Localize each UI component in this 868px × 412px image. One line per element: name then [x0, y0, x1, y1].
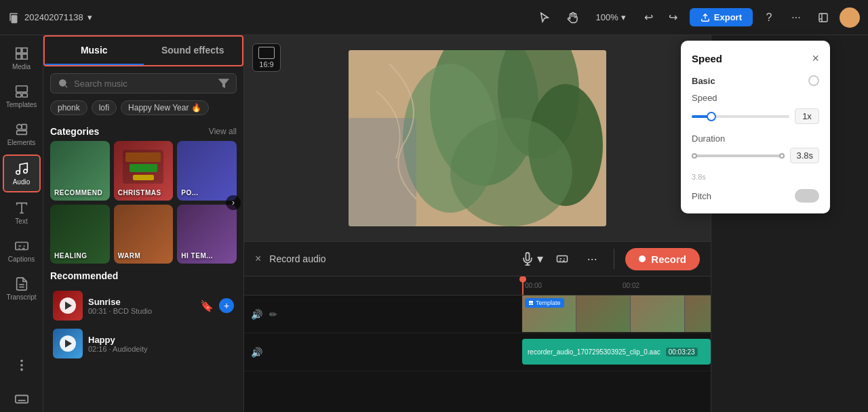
- redo-button[interactable]: ↪: [663, 7, 684, 28]
- template-badge: Template: [525, 298, 564, 308]
- chip-happy-new-year[interactable]: Happy New Year 🔥: [121, 100, 209, 115]
- categories-next-button[interactable]: ›: [226, 195, 241, 210]
- search-bar: [50, 73, 237, 94]
- audio-track-content[interactable]: recorder_audio_1707295303925_clip_0.aac …: [522, 333, 711, 371]
- view-all-button[interactable]: View all: [209, 127, 237, 136]
- sidebar-item-elements[interactable]: Elements: [3, 117, 41, 152]
- pitch-row: Pitch: [692, 189, 819, 203]
- record-close-button[interactable]: ×: [255, 253, 261, 265]
- category-hi-tem[interactable]: HI TEM...: [177, 205, 237, 264]
- record-button[interactable]: Record: [625, 248, 700, 270]
- svg-rect-10: [22, 94, 26, 98]
- timeline-cursor[interactable]: [522, 276, 524, 295]
- chip-lofi[interactable]: lofi: [92, 100, 117, 115]
- zoom-selector[interactable]: 100% ▾: [591, 9, 631, 25]
- track-item-happy[interactable]: Happy 02:16 · Audiodeity: [50, 325, 237, 363]
- search-input[interactable]: [74, 79, 213, 89]
- filter-icon[interactable]: [218, 78, 229, 89]
- speed-radio-basic[interactable]: [808, 75, 819, 86]
- category-warm[interactable]: WARM: [114, 205, 174, 264]
- center-area: 16:9: [244, 35, 711, 412]
- project-name: 202402071138: [24, 12, 83, 22]
- ruler-mark-0: 00:00: [522, 282, 620, 289]
- speed-panel-close-button[interactable]: ×: [812, 52, 819, 66]
- video-edit-button[interactable]: ✏: [269, 309, 277, 320]
- sidebar-item-text[interactable]: Text: [3, 195, 41, 230]
- speed-panel-header: Speed ×: [692, 52, 819, 66]
- record-dot-icon: [639, 255, 646, 262]
- speed-section-basic: Basic: [692, 75, 819, 86]
- svg-rect-7: [22, 54, 26, 59]
- speed-slider-thumb[interactable]: [707, 112, 716, 121]
- sidebar-item-media[interactable]: Media: [3, 41, 41, 76]
- track-item-sunrise[interactable]: Sunrise 00:31 · BCD Studio 🔖 +: [50, 287, 237, 325]
- record-button-label: Record: [651, 253, 686, 265]
- chip-phonk[interactable]: phonk: [50, 100, 87, 115]
- svg-rect-18: [15, 243, 27, 250]
- sidebar-item-transcript-label: Transcript: [6, 293, 36, 301]
- category-christmas-label: CHRISTMAS: [118, 189, 161, 197]
- category-christmas[interactable]: CHRISTMAS: [114, 141, 174, 201]
- panel-toggle-button[interactable]: [812, 7, 834, 28]
- track-bookmark-sunrise[interactable]: 🔖: [200, 300, 214, 312]
- category-healing[interactable]: HEALING: [50, 205, 110, 264]
- mic-button[interactable]: ▾: [521, 251, 543, 266]
- project-selector[interactable]: 202402071138 ▾: [8, 12, 92, 24]
- aspect-selector[interactable]: 16:9: [252, 43, 281, 72]
- avatar[interactable]: [840, 7, 860, 28]
- hand-tool-button[interactable]: [562, 7, 584, 28]
- sidebar-item-audio-label: Audio: [13, 178, 31, 186]
- speed-speed-label: Speed: [692, 93, 819, 103]
- svg-rect-9: [16, 94, 20, 98]
- sidebar-expand-button[interactable]: [3, 352, 41, 378]
- track-name-happy: Happy: [88, 335, 234, 345]
- video-track-content[interactable]: Template: [522, 295, 711, 333]
- svg-point-15: [23, 169, 27, 173]
- audio-track-bar[interactable]: recorder_audio_1707295303925_clip_0.aac …: [522, 339, 711, 365]
- timeline-video-track: 🔊 ✏ Template: [244, 295, 711, 333]
- record-bar: × Record audio ▾ ··· Record: [244, 241, 711, 276]
- export-button[interactable]: Export: [690, 8, 753, 26]
- svg-line-26: [65, 85, 67, 87]
- category-recommend[interactable]: RECOMMEND: [50, 141, 110, 201]
- track-add-sunrise[interactable]: +: [219, 298, 234, 313]
- subtitles-button[interactable]: [551, 248, 573, 270]
- audio-volume-icon[interactable]: 🔊: [251, 347, 262, 358]
- tab-sound-effects[interactable]: Sound effects: [144, 37, 243, 65]
- help-button[interactable]: ?: [758, 7, 780, 28]
- video-preview: [349, 50, 606, 226]
- sidebar-item-audio[interactable]: Audio: [3, 154, 41, 192]
- category-recommend-label: RECOMMEND: [54, 189, 102, 197]
- duration-label: Duration: [692, 133, 819, 144]
- timeline-ruler: 00:00 00:02 00:04: [244, 276, 711, 295]
- ruler-marks: 00:00 00:02 00:04: [522, 282, 711, 289]
- pitch-toggle[interactable]: [795, 189, 819, 203]
- duration-value-box: 3.8s: [790, 148, 819, 163]
- svg-point-21: [21, 365, 22, 366]
- topbar: 202402071138 ▾ 100% ▾ ↩ ↪ Export ? ···: [0, 0, 868, 35]
- svg-rect-40: [531, 304, 533, 305]
- undo-button[interactable]: ↩: [638, 7, 660, 28]
- sidebar-item-transcript[interactable]: Transcript: [3, 271, 41, 306]
- cursor-tool-button[interactable]: [534, 7, 555, 28]
- sidebar-item-templates[interactable]: Templates: [3, 79, 41, 114]
- tab-music[interactable]: Music: [45, 37, 144, 65]
- more-options-button[interactable]: ···: [785, 7, 807, 28]
- sidebar-item-captions-label: Captions: [8, 255, 35, 263]
- track-info-sunrise: Sunrise 00:31 · BCD Studio: [88, 297, 195, 315]
- svg-rect-39: [529, 304, 531, 305]
- speed-slider[interactable]: [692, 115, 789, 118]
- video-preview-content: [349, 50, 606, 226]
- video-area: 16:9: [244, 35, 711, 241]
- duration-bar[interactable]: [692, 154, 785, 157]
- track-meta-sunrise: 00:31 · BCD Studio: [88, 307, 195, 315]
- category-pop[interactable]: PO...: [177, 141, 237, 201]
- svg-rect-6: [16, 54, 20, 59]
- video-volume-icon[interactable]: 🔊: [251, 309, 262, 320]
- track-meta-happy: 02:16 · Audiodeity: [88, 345, 234, 353]
- sidebar-keyboard-button[interactable]: [3, 386, 41, 412]
- record-more-button[interactable]: ···: [581, 248, 603, 270]
- categories-title: Categories: [50, 126, 99, 137]
- svg-rect-37: [557, 256, 568, 262]
- sidebar-item-captions[interactable]: Captions: [3, 233, 41, 268]
